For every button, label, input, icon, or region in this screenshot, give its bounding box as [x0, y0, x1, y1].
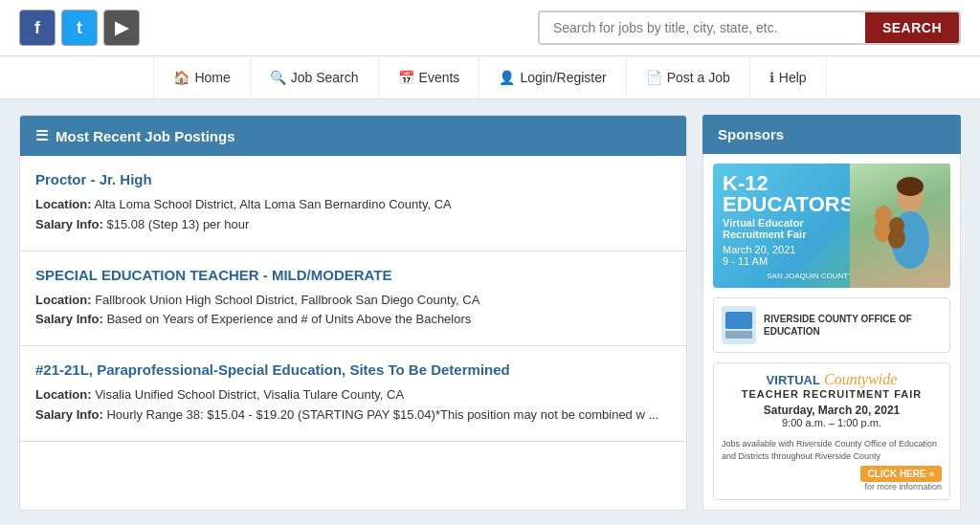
ad-virtual-time: 9:00 a.m. – 1:00 p.m.	[722, 417, 942, 428]
nav-login-label: Login/Register	[520, 70, 606, 85]
nav-help[interactable]: ℹ Help	[750, 56, 827, 98]
job-detail-salary-3: Salary Info: Hourly Range 38: $15.04 - $…	[35, 405, 671, 426]
job-listings-title: Most Recent Job Postings	[56, 128, 235, 144]
nav-post-job-label: Post a Job	[667, 70, 730, 85]
ad-virtual-date: Saturday, March 20, 2021	[722, 404, 942, 417]
sponsors-body: K-12 EDUCATORS Virtual Educator Recruitm…	[702, 154, 961, 511]
ad-k12-title: K-12 EDUCATORS	[723, 173, 845, 215]
svg-rect-8	[725, 312, 752, 329]
job-listings-header: ☰ Most Recent Job Postings	[20, 116, 686, 156]
twitter-icon[interactable]: t	[61, 10, 98, 46]
user-icon: 👤	[499, 70, 515, 85]
nav-login[interactable]: 👤 Login/Register	[479, 56, 626, 98]
search-bar: SEARCH	[538, 11, 961, 45]
job-title-1[interactable]: Proctor - Jr. High	[35, 171, 671, 187]
nav-home-label: Home	[194, 70, 230, 85]
info-icon: ℹ	[769, 70, 774, 85]
calendar-icon: 📅	[398, 70, 414, 85]
ad-k12[interactable]: K-12 EDUCATORS Virtual Educator Recruitm…	[713, 164, 950, 288]
nav-events[interactable]: 📅 Events	[379, 56, 480, 98]
sponsors-panel: Sponsors K-12 EDUCATORS Virtual Educator…	[702, 115, 961, 511]
svg-point-2	[897, 177, 924, 196]
search-nav-icon: 🔍	[270, 70, 286, 85]
nav-job-search[interactable]: 🔍 Job Search	[251, 56, 379, 98]
ad-virtual-title3: TEACHER RECRUITMENT FAIR	[722, 388, 942, 400]
job-detail-location-3: Location: Visalia Unified School Distric…	[35, 385, 671, 405]
ad-riverside[interactable]: RIVERSIDE COUNTY OFFICE OF EDUCATION	[713, 297, 950, 353]
nav-job-search-label: Job Search	[291, 70, 359, 85]
job-listing-2: SPECIAL EDUCATION TEACHER - MILD/MODERAT…	[20, 252, 686, 347]
svg-point-4	[875, 206, 892, 225]
nav-post-job[interactable]: 📄 Post a Job	[627, 56, 750, 98]
job-title-2[interactable]: SPECIAL EDUCATION TEACHER - MILD/MODERAT…	[35, 267, 671, 283]
ad-virtual-cta-sub: for more information	[722, 482, 942, 492]
ad-virtual-cta[interactable]: CLICK HERE »	[860, 466, 942, 482]
youtube-icon[interactable]: ▶	[103, 10, 140, 46]
job-title-3[interactable]: #21-21L, Paraprofessional-Special Educat…	[35, 361, 671, 378]
nav-home[interactable]: 🏠 Home	[153, 56, 250, 98]
svg-rect-9	[725, 331, 752, 339]
ad-k12-photo	[850, 164, 950, 288]
job-detail-salary-1: Salary Info: $15.08 (Step 13) per hour	[35, 215, 671, 235]
ad-k12-subtitle: Virtual Educator Recruitment Fair	[723, 217, 845, 240]
svg-point-6	[889, 217, 904, 234]
main-nav: 🏠 Home 🔍 Job Search 📅 Events 👤 Login/Reg…	[0, 56, 980, 99]
sponsors-header: Sponsors	[702, 115, 961, 154]
ad-riverside-logo	[722, 306, 756, 344]
ad-virtual-title1: VIRTUAL	[767, 373, 820, 388]
ad-virtual[interactable]: VIRTUAL Countywide TEACHER RECRUITMENT F…	[713, 362, 950, 500]
nav-events-label: Events	[419, 70, 460, 85]
document-icon: 📄	[646, 70, 662, 85]
ad-virtual-body: Jobs available with Riverside County Off…	[722, 438, 942, 462]
job-detail-location-1: Location: Alta Loma School District, Alt…	[35, 195, 671, 215]
job-detail-location-2: Location: Fallbrook Union High School Di…	[35, 291, 671, 311]
job-listings-panel: ☰ Most Recent Job Postings Proctor - Jr.…	[19, 115, 687, 511]
list-icon: ☰	[35, 127, 48, 144]
main-content: ☰ Most Recent Job Postings Proctor - Jr.…	[0, 99, 980, 525]
person-graphic	[862, 173, 939, 278]
search-input[interactable]	[540, 12, 865, 43]
ad-virtual-title2: Countywide	[824, 371, 897, 388]
job-listing-1: Proctor - Jr. High Location: Alta Loma S…	[20, 156, 686, 252]
page-header: f t ▶ SEARCH	[0, 0, 980, 56]
job-detail-salary-2: Salary Info: Based on Years of Experienc…	[35, 310, 671, 330]
social-icons-group: f t ▶	[19, 10, 140, 46]
ad-riverside-text: RIVERSIDE COUNTY OFFICE OF EDUCATION	[764, 313, 942, 338]
job-listing-3: #21-21L, Paraprofessional-Special Educat…	[20, 346, 686, 442]
home-icon: 🏠	[173, 70, 189, 85]
facebook-icon[interactable]: f	[19, 10, 56, 46]
nav-help-label: Help	[779, 70, 807, 85]
search-button[interactable]: SEARCH	[865, 12, 959, 43]
